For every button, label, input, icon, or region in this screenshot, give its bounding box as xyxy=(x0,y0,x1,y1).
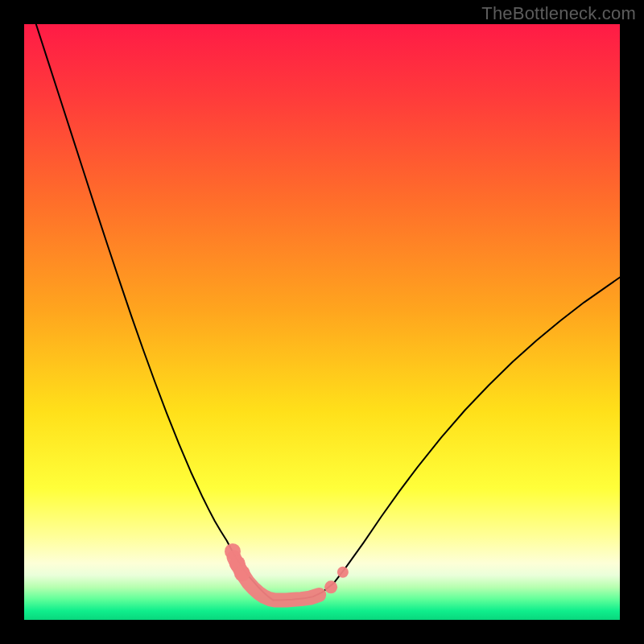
frame-border xyxy=(620,24,644,620)
frame-border xyxy=(0,620,644,644)
highlight-marker-4 xyxy=(337,567,349,578)
chart-frame: TheBottleneck.com xyxy=(0,0,644,644)
bottleneck-chart xyxy=(0,0,644,644)
highlight-marker-2 xyxy=(234,565,250,581)
highlight-marker-3 xyxy=(324,580,337,593)
watermark-label: TheBottleneck.com xyxy=(481,3,636,24)
chart-background-gradient xyxy=(24,24,620,620)
frame-border xyxy=(0,24,24,620)
